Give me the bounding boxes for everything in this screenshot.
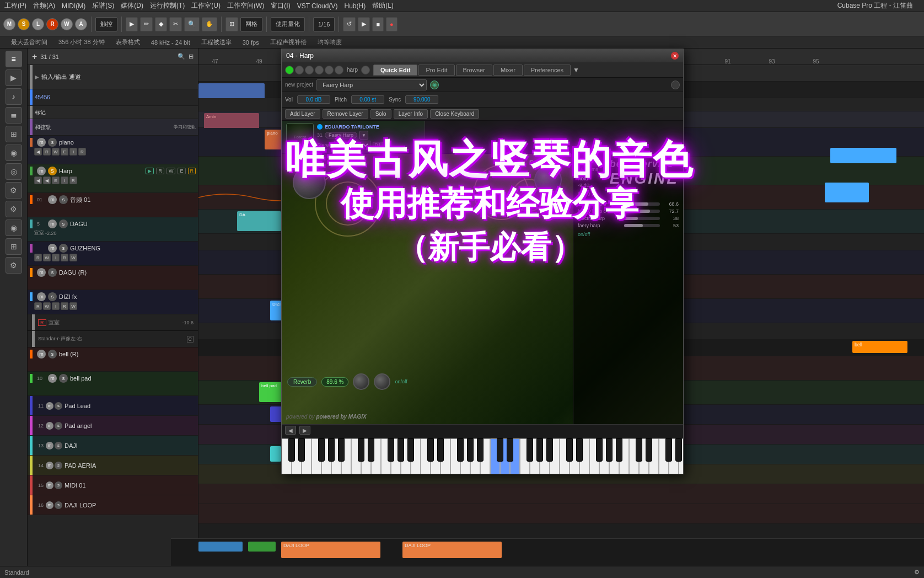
draw-tool[interactable]: ✏: [140, 17, 153, 31]
black-key-2-G#[interactable]: [467, 438, 474, 462]
slider-2-track[interactable]: [624, 217, 660, 220]
black-key-5-G#[interactable]: [675, 438, 682, 462]
sidebar-icon-8[interactable]: ⚙: [6, 182, 22, 199]
bottom-daji-2[interactable]: DAJI LOOP: [402, 542, 502, 558]
bottom-daji-1[interactable]: DAJI LOOP: [281, 542, 380, 558]
black-key-3-F#[interactable]: [527, 438, 533, 462]
track-row-folder[interactable]: ▶ 输入/输出 通道: [28, 65, 198, 89]
track-row-guzheng[interactable]: m s GUZHENG R W I R W: [28, 242, 198, 266]
black-key-0-G#[interactable]: [328, 438, 335, 462]
track-row-daji-loop[interactable]: 16 m s DAJI LOOP: [28, 495, 198, 515]
inst-select-dot[interactable]: [317, 124, 323, 130]
black-key-0-F#[interactable]: [318, 438, 325, 462]
snap-btn[interactable]: ⊞: [225, 17, 238, 31]
black-key-4-A#[interactable]: [616, 438, 622, 462]
clip-right-1[interactable]: [830, 148, 896, 163]
black-key-4-F#[interactable]: [596, 438, 603, 462]
menu-item-help[interactable]: 帮助(L): [372, 1, 394, 10]
menu-item-studio[interactable]: 工作室(U): [191, 1, 221, 10]
black-key-3-D#[interactable]: [507, 438, 513, 462]
mode-s-btn[interactable]: S: [18, 18, 30, 30]
clip-right-bell[interactable]: bell: [852, 341, 907, 353]
track-row-bell-pad[interactable]: 10 m s bell pad: [28, 372, 198, 396]
menu-item-workspace[interactable]: 工作空间(W): [227, 1, 264, 10]
black-key-2-C#[interactable]: [427, 438, 434, 462]
inst-expand[interactable]: ▼: [359, 131, 368, 140]
black-key-3-C#[interactable]: [497, 438, 503, 462]
sidebar-icon-6[interactable]: ◉: [6, 144, 22, 161]
remove-layer-btn[interactable]: Remove Layer: [323, 109, 368, 119]
settings-icon[interactable]: ⚙: [914, 569, 920, 576]
instrument-thumbnail[interactable]: Forest: [286, 123, 314, 151]
sidebar-icon-11[interactable]: ⊞: [6, 238, 22, 255]
led-loop[interactable]: [315, 66, 324, 74]
black-key-5-D#[interactable]: [646, 438, 652, 462]
track-row-standard[interactable]: Standar-r-声像左-右 C: [28, 331, 198, 347]
track-row-bus1[interactable]: R 宣室 -10.6: [28, 314, 198, 331]
mode-r-btn[interactable]: R: [46, 18, 58, 30]
track-row-marker[interactable]: 标记: [28, 106, 198, 119]
menu-item-vstcloud[interactable]: VST Cloud(V): [297, 2, 338, 10]
tab-quick-edit[interactable]: Quick Edit: [373, 65, 417, 76]
track-row-midi01[interactable]: 15 m s MIDI 01: [28, 475, 198, 495]
black-key-2-A#[interactable]: [477, 438, 484, 462]
menu-item-window[interactable]: 窗口(I): [271, 1, 290, 10]
track-row-pad-aeria[interactable]: 14 m s PAD AERIA: [28, 456, 198, 475]
solo-btn[interactable]: Solo: [370, 109, 391, 119]
close-keyboard-btn[interactable]: Close Keyboard: [430, 109, 479, 119]
black-key-2-F#[interactable]: [457, 438, 464, 462]
led-6[interactable]: [335, 66, 343, 74]
network-label[interactable]: 网格: [240, 17, 262, 31]
slider-1-track[interactable]: [624, 210, 660, 213]
track-settings-btn[interactable]: ⊞: [189, 53, 194, 60]
black-key-4-C#[interactable]: [566, 438, 573, 462]
sidebar-icon-9[interactable]: ⚙: [6, 201, 22, 217]
play-btn[interactable]: ▶: [358, 17, 370, 31]
midi-chan-select[interactable]: Midi Chan.: [334, 141, 370, 149]
knob-2[interactable]: [534, 166, 562, 194]
record-btn[interactable]: ●: [386, 17, 397, 31]
track-row-1[interactable]: 45456: [28, 89, 198, 106]
black-key-1-G#[interactable]: [397, 438, 404, 462]
plugin-close-btn[interactable]: ✕: [671, 52, 679, 60]
menu-item-transport[interactable]: 运行控制(T): [150, 1, 185, 10]
menu-item-score[interactable]: 乐谱(S): [92, 1, 114, 10]
touch-tool[interactable]: 触控: [95, 17, 117, 31]
black-key-4-D#[interactable]: [576, 438, 583, 462]
menu-item-midi[interactable]: MIDI(M): [62, 2, 85, 10]
menu-item-audio[interactable]: 音频(A): [33, 1, 55, 10]
black-key-1-A#[interactable]: [407, 438, 414, 462]
track-row-pad-angel[interactable]: 12 m s Pad angel: [28, 416, 198, 436]
track-row-harp[interactable]: m S Harp ▶ R W E R ◀ ◀ E I R: [28, 164, 198, 193]
black-key-0-C#[interactable]: [288, 438, 295, 462]
track-row-chord[interactable]: 和弦轨 学习和弦轨: [28, 119, 198, 136]
black-key-0-A#[interactable]: [338, 438, 345, 462]
keyboard-scroll-left[interactable]: ◀: [285, 426, 296, 435]
bottom-clip-green[interactable]: [248, 542, 276, 552]
clip-daji[interactable]: [270, 446, 281, 462]
black-key-1-C#[interactable]: [358, 438, 364, 462]
main-volume-knob[interactable]: [293, 166, 326, 199]
track-row-dizi[interactable]: m s DIZI fx R W I R W: [28, 290, 198, 314]
reverb-knob[interactable]: [353, 373, 369, 390]
track-row-pad-lead[interactable]: 11 m s Pad Lead: [28, 396, 198, 416]
keyboard-scroll-right[interactable]: ▶: [299, 426, 310, 435]
sidebar-icon-1[interactable]: ≡: [6, 51, 22, 67]
menu-item-project[interactable]: 工程(P): [4, 1, 26, 10]
sidebar-icon-10[interactable]: ◉: [6, 220, 22, 236]
slider-0-track[interactable]: [624, 202, 660, 206]
clip-harp-right[interactable]: [825, 183, 869, 202]
led-rec[interactable]: [305, 66, 314, 74]
preset-dropdown[interactable]: Faery Harp: [316, 79, 427, 90]
sidebar-icon-7[interactable]: ◎: [6, 163, 22, 180]
led-5[interactable]: [325, 66, 334, 74]
tab-preferences[interactable]: Preferences: [524, 65, 571, 76]
track-row-piano[interactable]: m s piano ◀ R W E I R: [28, 136, 198, 164]
quantize-label[interactable]: 使用量化: [271, 17, 305, 31]
black-key-0-D#[interactable]: [298, 438, 305, 462]
clip-dagu[interactable]: DA: [237, 211, 281, 231]
black-key-5-F#[interactable]: [665, 438, 672, 462]
sync-value[interactable]: 90.000: [405, 95, 438, 104]
plugin-titlebar[interactable]: 04 - Harp ✕: [282, 49, 683, 62]
add-track-btn[interactable]: +: [32, 52, 37, 62]
